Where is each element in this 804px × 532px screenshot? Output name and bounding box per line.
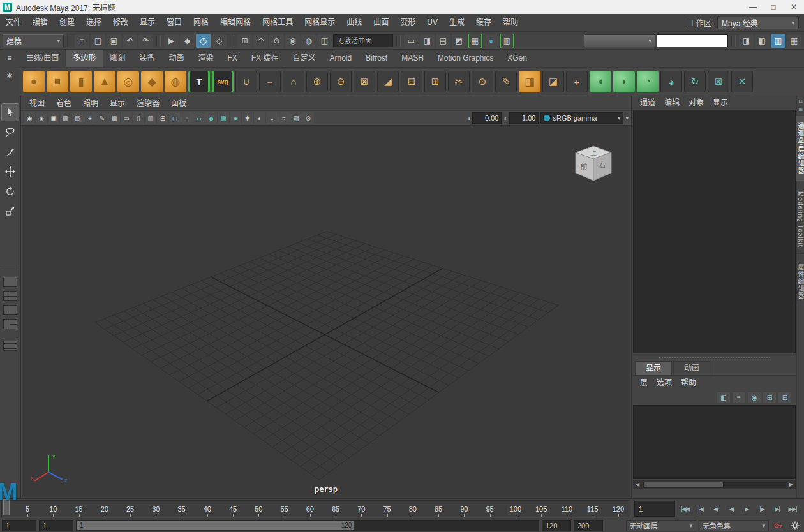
snap-to-plane-icon[interactable]: ◉ bbox=[285, 34, 300, 48]
shelf-tab[interactable]: Arnold bbox=[322, 50, 359, 67]
layer-horizontal-scrollbar[interactable]: ◀ ▶ bbox=[633, 480, 796, 489]
view-cube[interactable]: 上 前 右 bbox=[570, 142, 616, 186]
playback-end-field[interactable]: 120 bbox=[542, 520, 571, 531]
type-tool-icon[interactable]: T bbox=[188, 71, 210, 92]
poly-torus-icon[interactable]: ◎ bbox=[117, 71, 139, 92]
animation-preferences-button[interactable] bbox=[788, 520, 802, 531]
combine-icon[interactable]: ⊕ bbox=[306, 71, 328, 92]
scrollbar-thumb[interactable] bbox=[644, 482, 723, 487]
minimize-button[interactable]: — bbox=[743, 0, 763, 14]
live-surface-field[interactable]: 无激活曲面 bbox=[333, 34, 393, 47]
pan-zoom-icon[interactable]: + bbox=[84, 112, 96, 124]
pinch-sculpt-icon[interactable]: ◕ bbox=[660, 71, 682, 92]
shelf-tab[interactable]: 多边形 bbox=[66, 50, 103, 67]
channel-box-menu-item[interactable]: 对象 bbox=[689, 96, 704, 110]
boolean-union-icon[interactable]: ∪ bbox=[235, 71, 257, 92]
animation-start-field[interactable]: 1 bbox=[2, 520, 36, 531]
gate-mask-icon[interactable]: ▥ bbox=[145, 112, 156, 124]
occlusion-icon[interactable]: ◒ bbox=[266, 112, 278, 124]
resolution-gate-icon[interactable]: ▯ bbox=[133, 112, 144, 124]
step-back-key-button[interactable]: ◀| bbox=[708, 501, 724, 517]
batch-render-icon[interactable]: ▥ bbox=[500, 34, 514, 48]
layer-editor-menu-item[interactable]: 帮助 bbox=[681, 376, 696, 390]
auto-keyframe-button[interactable] bbox=[771, 520, 785, 531]
make-live-icon[interactable]: ◍ bbox=[301, 34, 316, 48]
move-tool[interactable] bbox=[2, 163, 19, 180]
snap-to-grid-icon[interactable]: ⊞ bbox=[237, 34, 252, 48]
menu-item[interactable]: 生成 bbox=[443, 14, 470, 31]
shelf-menu-icon[interactable]: ≡ bbox=[7, 54, 11, 63]
save-scene-icon[interactable]: ▣ bbox=[107, 34, 121, 48]
shelf-tab[interactable]: 动画 bbox=[161, 50, 191, 67]
go-to-start-button[interactable]: |◀◀ bbox=[678, 501, 693, 517]
menu-item[interactable]: 创建 bbox=[54, 14, 80, 31]
crease-tool-icon[interactable]: ◪ bbox=[542, 71, 564, 92]
play-forwards-button[interactable]: ▶ bbox=[739, 501, 754, 517]
menu-item[interactable]: UV bbox=[421, 14, 443, 31]
character-set-dropdown[interactable]: 无角色集 ▾ bbox=[699, 520, 769, 531]
viewport-canvas[interactable]: 上 前 右 y x z persp bbox=[22, 126, 630, 497]
panel-menu-item[interactable]: 着色 bbox=[50, 96, 77, 110]
rotate-tool[interactable] bbox=[2, 183, 19, 200]
shelf-tab[interactable]: XGen bbox=[500, 50, 534, 67]
layer-editor-menu-item[interactable]: 选项 bbox=[657, 376, 672, 390]
grab-sculpt-icon[interactable]: ◔ bbox=[637, 71, 659, 92]
step-forward-frame-button[interactable]: ▶| bbox=[770, 501, 785, 517]
menu-item[interactable]: 编辑 bbox=[27, 14, 54, 31]
render-globe-icon[interactable]: ● bbox=[484, 34, 498, 48]
menu-item[interactable]: 选择 bbox=[80, 14, 107, 31]
menu-item[interactable]: 编辑网格 bbox=[214, 14, 257, 31]
channel-box-menu-item[interactable]: 显示 bbox=[713, 96, 728, 110]
snap-to-point-icon[interactable]: ⊙ bbox=[269, 34, 284, 48]
workspace-dropdown[interactable]: Maya 经典 ▾ bbox=[717, 17, 799, 29]
shelf-tab[interactable]: 装备 bbox=[132, 50, 161, 67]
menu-item[interactable]: 显示 bbox=[134, 14, 161, 31]
select-by-component-icon[interactable]: ◇ bbox=[212, 34, 227, 48]
go-to-end-button[interactable]: ▶▶| bbox=[785, 501, 800, 517]
menu-item[interactable]: 文件 bbox=[0, 14, 27, 31]
select-by-hierarchy-icon[interactable]: ▶ bbox=[164, 34, 179, 48]
target-weld-icon[interactable]: ⊙ bbox=[472, 71, 493, 92]
select-camera-icon[interactable]: ◉ bbox=[24, 112, 35, 124]
connect-tool-icon[interactable]: + bbox=[566, 71, 588, 92]
select-by-object-icon[interactable]: ◆ bbox=[180, 34, 195, 48]
sequence-render-icon[interactable]: ▦ bbox=[468, 34, 482, 48]
ipr-render-icon[interactable]: ◨ bbox=[420, 34, 435, 48]
image-plane-icon[interactable]: ▧ bbox=[72, 112, 84, 124]
construction-history-icon[interactable]: ◷ bbox=[196, 34, 211, 48]
layer-editor-menu-item[interactable]: 层 bbox=[640, 376, 648, 390]
safe-title-icon[interactable]: ▫ bbox=[181, 112, 193, 124]
lock-camera-icon[interactable]: ◈ bbox=[36, 112, 47, 124]
scroll-right-icon[interactable]: ▶ bbox=[787, 480, 796, 489]
dock-tab[interactable]: 通道盒/层编辑器 bbox=[796, 116, 804, 181]
panel-menu-item[interactable]: 照明 bbox=[77, 96, 104, 110]
panel-toolbar-overflow-icon[interactable]: ▾ bbox=[625, 115, 629, 121]
dock-tab[interactable]: Modeling Toolkit bbox=[797, 185, 804, 255]
input-line-mode-dropdown[interactable]: ▾ bbox=[584, 34, 655, 47]
toggle-tool-settings-icon[interactable]: ◧ bbox=[755, 34, 770, 48]
shelf-tab[interactable]: 曲线/曲面 bbox=[19, 50, 66, 67]
shaded-mode-icon[interactable]: ◆ bbox=[205, 112, 217, 124]
panel-menu-item[interactable]: 显示 bbox=[104, 96, 131, 110]
quad-draw-icon[interactable]: ✎ bbox=[495, 71, 517, 92]
paint-select-tool[interactable] bbox=[2, 144, 19, 160]
sculpt-tool-icon[interactable]: ◖ bbox=[590, 71, 611, 92]
open-scene-icon[interactable]: ◳ bbox=[91, 34, 105, 48]
range-slider-bar[interactable]: 1 120 bbox=[77, 521, 354, 530]
extrude-icon[interactable]: ⊞ bbox=[424, 71, 446, 92]
render-view-icon[interactable]: ▭ bbox=[404, 34, 419, 48]
menu-item[interactable]: 曲面 bbox=[368, 14, 394, 31]
anti-alias-icon[interactable]: ▨ bbox=[290, 112, 302, 124]
panel-menu-item[interactable]: 渲染器 bbox=[131, 96, 165, 110]
film-gate-icon[interactable]: ▭ bbox=[121, 112, 132, 124]
maximize-button[interactable]: □ bbox=[763, 0, 784, 14]
smooth-sculpt-icon[interactable]: ◗ bbox=[613, 71, 635, 92]
channel-box-menu-item[interactable]: 编辑 bbox=[664, 96, 680, 110]
multi-cut-icon[interactable]: ✂ bbox=[448, 71, 470, 92]
playback-start-field[interactable]: 1 bbox=[39, 520, 73, 531]
new-empty-layer-icon[interactable]: ⊞ bbox=[763, 392, 776, 403]
camera-attributes-icon[interactable]: ▣ bbox=[48, 112, 59, 124]
sort-layers-icon[interactable]: ≡ bbox=[733, 392, 745, 403]
poly-cube-icon[interactable]: ■ bbox=[47, 71, 68, 92]
poly-pipe-icon[interactable]: ◍ bbox=[165, 71, 186, 92]
